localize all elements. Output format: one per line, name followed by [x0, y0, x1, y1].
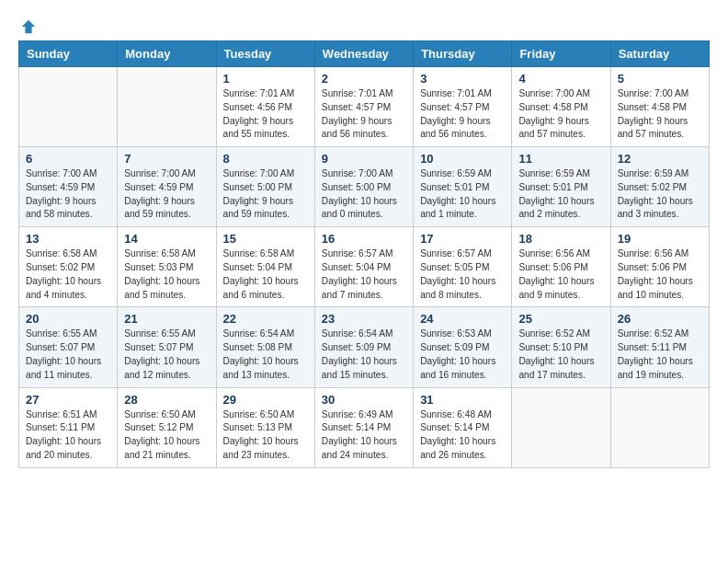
day-number: 19 — [618, 232, 702, 246]
calendar-cell — [512, 387, 610, 467]
calendar-cell: 17Sunrise: 6:57 AM Sunset: 5:05 PM Dayli… — [414, 227, 512, 307]
day-number: 2 — [322, 72, 406, 86]
day-number: 28 — [124, 393, 209, 407]
calendar-cell: 21Sunrise: 6:55 AM Sunset: 5:07 PM Dayli… — [118, 307, 216, 387]
day-number: 21 — [124, 312, 209, 326]
day-number: 27 — [26, 393, 110, 407]
day-number: 4 — [518, 72, 603, 86]
day-number: 24 — [420, 312, 505, 326]
day-number: 13 — [26, 232, 110, 246]
calendar-cell: 13Sunrise: 6:58 AM Sunset: 5:02 PM Dayli… — [19, 227, 118, 307]
calendar-cell: 26Sunrise: 6:52 AM Sunset: 5:11 PM Dayli… — [610, 307, 709, 387]
day-info: Sunrise: 6:50 AM Sunset: 5:12 PM Dayligh… — [124, 408, 209, 463]
day-info: Sunrise: 7:01 AM Sunset: 4:57 PM Dayligh… — [420, 87, 505, 142]
day-info: Sunrise: 6:54 AM Sunset: 5:09 PM Dayligh… — [322, 327, 406, 382]
calendar-table: SundayMondayTuesdayWednesdayThursdayFrid… — [18, 40, 710, 468]
day-info: Sunrise: 7:00 AM Sunset: 5:00 PM Dayligh… — [223, 167, 308, 222]
day-number: 18 — [518, 232, 603, 246]
day-number: 10 — [420, 152, 505, 166]
calendar-cell — [610, 387, 709, 467]
day-number: 22 — [223, 312, 308, 326]
logo-icon — [20, 18, 37, 35]
calendar-cell: 18Sunrise: 6:56 AM Sunset: 5:06 PM Dayli… — [512, 227, 610, 307]
day-info: Sunrise: 6:49 AM Sunset: 5:14 PM Dayligh… — [322, 408, 406, 463]
day-info: Sunrise: 6:58 AM Sunset: 5:02 PM Dayligh… — [26, 247, 110, 302]
day-number: 8 — [223, 152, 308, 166]
calendar-week-row: 20Sunrise: 6:55 AM Sunset: 5:07 PM Dayli… — [19, 307, 710, 387]
day-info: Sunrise: 6:57 AM Sunset: 5:04 PM Dayligh… — [322, 247, 406, 302]
day-info: Sunrise: 6:48 AM Sunset: 5:14 PM Dayligh… — [420, 408, 505, 463]
day-number: 26 — [618, 312, 702, 326]
day-info: Sunrise: 6:56 AM Sunset: 5:06 PM Dayligh… — [618, 247, 702, 302]
calendar-week-row: 27Sunrise: 6:51 AM Sunset: 5:11 PM Dayli… — [19, 387, 710, 467]
calendar-cell: 28Sunrise: 6:50 AM Sunset: 5:12 PM Dayli… — [118, 387, 216, 467]
day-info: Sunrise: 7:01 AM Sunset: 4:57 PM Dayligh… — [322, 87, 406, 142]
calendar-week-row: 13Sunrise: 6:58 AM Sunset: 5:02 PM Dayli… — [19, 227, 710, 307]
day-number: 9 — [322, 152, 406, 166]
calendar-cell: 6Sunrise: 7:00 AM Sunset: 4:59 PM Daylig… — [19, 147, 118, 227]
col-header-tuesday: Tuesday — [216, 41, 314, 67]
calendar-cell: 20Sunrise: 6:55 AM Sunset: 5:07 PM Dayli… — [19, 307, 118, 387]
calendar-cell — [19, 67, 118, 147]
calendar-cell: 15Sunrise: 6:58 AM Sunset: 5:04 PM Dayli… — [216, 227, 314, 307]
day-number: 16 — [322, 232, 406, 246]
col-header-thursday: Thursday — [414, 41, 512, 67]
calendar-cell: 29Sunrise: 6:50 AM Sunset: 5:13 PM Dayli… — [216, 387, 314, 467]
day-number: 7 — [124, 152, 209, 166]
calendar-cell: 1Sunrise: 7:01 AM Sunset: 4:56 PM Daylig… — [216, 67, 314, 147]
calendar-cell: 8Sunrise: 7:00 AM Sunset: 5:00 PM Daylig… — [216, 147, 314, 227]
day-info: Sunrise: 6:55 AM Sunset: 5:07 PM Dayligh… — [124, 327, 209, 382]
col-header-sunday: Sunday — [19, 41, 118, 67]
calendar-week-row: 1Sunrise: 7:01 AM Sunset: 4:56 PM Daylig… — [19, 67, 710, 147]
day-info: Sunrise: 6:55 AM Sunset: 5:07 PM Dayligh… — [26, 327, 110, 382]
day-number: 14 — [124, 232, 209, 246]
day-number: 17 — [420, 232, 505, 246]
calendar-cell: 14Sunrise: 6:58 AM Sunset: 5:03 PM Dayli… — [118, 227, 216, 307]
calendar-cell: 11Sunrise: 6:59 AM Sunset: 5:01 PM Dayli… — [512, 147, 610, 227]
calendar-cell: 27Sunrise: 6:51 AM Sunset: 5:11 PM Dayli… — [19, 387, 118, 467]
col-header-saturday: Saturday — [610, 41, 709, 67]
day-number: 29 — [223, 393, 308, 407]
day-info: Sunrise: 7:00 AM Sunset: 4:58 PM Dayligh… — [518, 87, 603, 142]
day-info: Sunrise: 7:00 AM Sunset: 4:59 PM Dayligh… — [26, 167, 110, 222]
calendar-cell: 4Sunrise: 7:00 AM Sunset: 4:58 PM Daylig… — [512, 67, 610, 147]
day-info: Sunrise: 7:01 AM Sunset: 4:56 PM Dayligh… — [223, 87, 308, 142]
day-info: Sunrise: 6:53 AM Sunset: 5:09 PM Dayligh… — [420, 327, 505, 382]
calendar-cell: 25Sunrise: 6:52 AM Sunset: 5:10 PM Dayli… — [512, 307, 610, 387]
day-info: Sunrise: 7:00 AM Sunset: 4:58 PM Dayligh… — [618, 87, 702, 142]
day-number: 12 — [618, 152, 702, 166]
day-number: 30 — [322, 393, 406, 407]
calendar-cell: 12Sunrise: 6:59 AM Sunset: 5:02 PM Dayli… — [610, 147, 709, 227]
day-number: 6 — [26, 152, 110, 166]
page-header — [18, 18, 710, 31]
svg-marker-0 — [22, 20, 35, 33]
calendar-cell: 31Sunrise: 6:48 AM Sunset: 5:14 PM Dayli… — [414, 387, 512, 467]
day-info: Sunrise: 6:52 AM Sunset: 5:11 PM Dayligh… — [618, 327, 702, 382]
day-number: 20 — [26, 312, 110, 326]
day-info: Sunrise: 6:56 AM Sunset: 5:06 PM Dayligh… — [518, 247, 603, 302]
day-info: Sunrise: 6:54 AM Sunset: 5:08 PM Dayligh… — [223, 327, 308, 382]
day-number: 23 — [322, 312, 406, 326]
day-number: 5 — [618, 72, 702, 86]
col-header-wednesday: Wednesday — [314, 41, 413, 67]
day-info: Sunrise: 6:58 AM Sunset: 5:04 PM Dayligh… — [223, 247, 308, 302]
day-number: 11 — [518, 152, 603, 166]
day-number: 1 — [223, 72, 308, 86]
day-info: Sunrise: 6:52 AM Sunset: 5:10 PM Dayligh… — [518, 327, 603, 382]
calendar-cell: 3Sunrise: 7:01 AM Sunset: 4:57 PM Daylig… — [414, 67, 512, 147]
calendar-cell: 19Sunrise: 6:56 AM Sunset: 5:06 PM Dayli… — [610, 227, 709, 307]
day-info: Sunrise: 6:59 AM Sunset: 5:01 PM Dayligh… — [420, 167, 505, 222]
col-header-monday: Monday — [118, 41, 216, 67]
day-number: 25 — [518, 312, 603, 326]
calendar-cell: 9Sunrise: 7:00 AM Sunset: 5:00 PM Daylig… — [314, 147, 413, 227]
calendar-cell: 22Sunrise: 6:54 AM Sunset: 5:08 PM Dayli… — [216, 307, 314, 387]
day-number: 3 — [420, 72, 505, 86]
day-info: Sunrise: 6:59 AM Sunset: 5:02 PM Dayligh… — [618, 167, 702, 222]
calendar-week-row: 6Sunrise: 7:00 AM Sunset: 4:59 PM Daylig… — [19, 147, 710, 227]
calendar-cell: 10Sunrise: 6:59 AM Sunset: 5:01 PM Dayli… — [414, 147, 512, 227]
calendar-cell: 30Sunrise: 6:49 AM Sunset: 5:14 PM Dayli… — [314, 387, 413, 467]
day-info: Sunrise: 7:00 AM Sunset: 5:00 PM Dayligh… — [322, 167, 406, 222]
day-info: Sunrise: 6:59 AM Sunset: 5:01 PM Dayligh… — [518, 167, 603, 222]
calendar-cell: 16Sunrise: 6:57 AM Sunset: 5:04 PM Dayli… — [314, 227, 413, 307]
day-info: Sunrise: 7:00 AM Sunset: 4:59 PM Dayligh… — [124, 167, 209, 222]
